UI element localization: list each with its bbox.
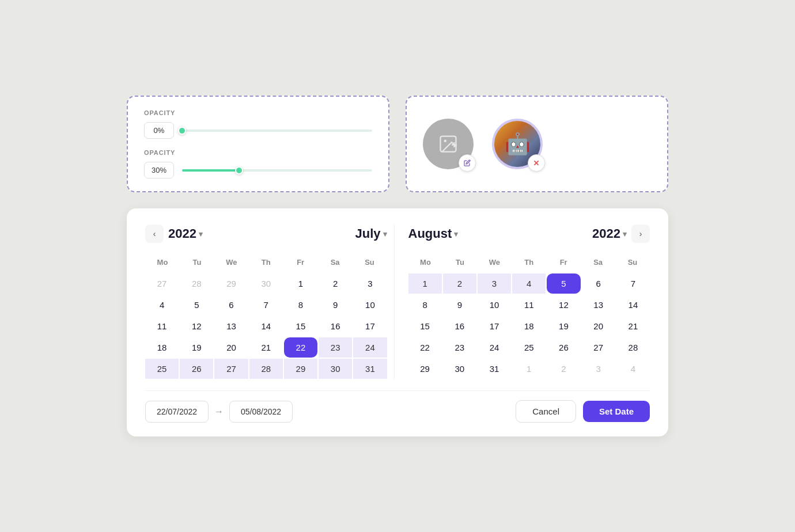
calendar-day[interactable]: 25 bbox=[512, 337, 546, 358]
calendar-day[interactable]: 12 bbox=[547, 295, 580, 315]
calendar-day[interactable]: 28 bbox=[249, 359, 283, 379]
calendar-day[interactable]: 2 bbox=[319, 273, 352, 294]
calendar-day[interactable]: 23 bbox=[443, 337, 476, 358]
calendar-day[interactable]: 27 bbox=[214, 359, 248, 379]
svg-point-1 bbox=[444, 140, 447, 143]
slider-track-1[interactable] bbox=[182, 130, 372, 132]
month-select-right[interactable]: August ▾ bbox=[408, 226, 459, 241]
avatar-slot-filled: 🤖 bbox=[492, 119, 543, 169]
calendar-day[interactable]: 20 bbox=[582, 316, 615, 336]
calendar-day[interactable]: 26 bbox=[547, 337, 580, 358]
calendar-day[interactable]: 30 bbox=[249, 273, 283, 294]
calendar-day[interactable]: 22 bbox=[408, 337, 442, 358]
calendar-day[interactable]: 7 bbox=[616, 273, 650, 294]
opacity-value-2: 30% bbox=[144, 162, 174, 178]
calendar-day[interactable]: 21 bbox=[249, 337, 283, 358]
calendar-day[interactable]: 6 bbox=[214, 295, 248, 315]
cal-footer: 22/07/2022 → 05/08/2022 Cancel Set Date bbox=[145, 390, 650, 423]
calendar-day[interactable]: 30 bbox=[319, 359, 352, 379]
calendar-day[interactable]: 26 bbox=[180, 359, 213, 379]
calendar-day[interactable]: 1 bbox=[284, 273, 317, 294]
calendar-day[interactable]: 5 bbox=[547, 273, 580, 294]
slider-fill-2 bbox=[182, 169, 239, 172]
calendar-day[interactable]: 15 bbox=[284, 316, 317, 336]
calendar-day[interactable]: 19 bbox=[180, 337, 213, 358]
date-to-input[interactable]: 05/08/2022 bbox=[229, 401, 293, 423]
calendar-day[interactable]: 13 bbox=[582, 295, 615, 315]
calendar-day[interactable]: 16 bbox=[319, 316, 352, 336]
next-month-button[interactable]: › bbox=[631, 225, 650, 243]
year-select-left[interactable]: 2022 ▾ bbox=[168, 226, 203, 241]
calendar-day[interactable]: 31 bbox=[478, 359, 511, 379]
avatar-edit-button[interactable] bbox=[459, 154, 476, 172]
calendar-day[interactable]: 29 bbox=[284, 359, 317, 379]
calendar-day[interactable]: 5 bbox=[180, 295, 213, 315]
calendar-day[interactable]: 15 bbox=[408, 316, 442, 336]
calendar-day[interactable]: 3 bbox=[478, 273, 511, 294]
calendar-day[interactable]: 1 bbox=[408, 273, 442, 294]
calendar-day[interactable]: 9 bbox=[443, 295, 476, 315]
calendar-day[interactable]: 29 bbox=[408, 359, 442, 379]
calendar-day[interactable]: 14 bbox=[249, 316, 283, 336]
calendar-day[interactable]: 19 bbox=[547, 316, 580, 336]
calendar-day[interactable]: 27 bbox=[582, 337, 615, 358]
calendar-day[interactable]: 1 bbox=[512, 359, 546, 379]
calendar-day[interactable]: 4 bbox=[616, 359, 650, 379]
calendar-day[interactable]: 31 bbox=[353, 359, 387, 379]
slider-track-2[interactable] bbox=[182, 169, 372, 172]
calendar-day[interactable]: 17 bbox=[353, 316, 387, 336]
calendar-day[interactable]: 13 bbox=[214, 316, 248, 336]
calendar-day[interactable]: 23 bbox=[319, 337, 352, 358]
calendar-day[interactable]: 10 bbox=[353, 295, 387, 315]
calendar-day[interactable]: 11 bbox=[512, 295, 546, 315]
calendar-day[interactable]: 2 bbox=[547, 359, 580, 379]
calendar-day[interactable]: 14 bbox=[616, 295, 650, 315]
calendar-day[interactable]: 30 bbox=[443, 359, 476, 379]
slider-thumb-1[interactable] bbox=[178, 127, 186, 135]
calendar-day[interactable]: 8 bbox=[408, 295, 442, 315]
cal-grid-left: Mo Tu We Th Fr Sa Su 2728293012345678910… bbox=[145, 254, 387, 379]
calendar-day[interactable]: 4 bbox=[145, 295, 179, 315]
calendar-day[interactable]: 22 bbox=[284, 337, 317, 358]
calendar-day[interactable]: 7 bbox=[249, 295, 283, 315]
cancel-button[interactable]: Cancel bbox=[516, 400, 576, 423]
calendar-day[interactable]: 12 bbox=[180, 316, 213, 336]
calendar-day[interactable]: 27 bbox=[145, 273, 179, 294]
year-label-left: 2022 bbox=[168, 226, 196, 241]
prev-month-button[interactable]: ‹ bbox=[145, 225, 164, 243]
calendar-day[interactable]: 17 bbox=[478, 316, 511, 336]
calendar-day[interactable]: 2 bbox=[443, 273, 476, 294]
calendar-day[interactable]: 28 bbox=[180, 273, 213, 294]
calendar-day[interactable]: 3 bbox=[582, 359, 615, 379]
date-range-inputs: 22/07/2022 → 05/08/2022 bbox=[145, 401, 293, 423]
slider-thumb-2[interactable] bbox=[235, 166, 243, 174]
calendar-day[interactable]: 18 bbox=[145, 337, 179, 358]
calendar-day[interactable]: 9 bbox=[319, 295, 352, 315]
year-select-right[interactable]: 2022 ▾ bbox=[592, 226, 627, 241]
date-from-input[interactable]: 22/07/2022 bbox=[145, 401, 209, 423]
calendar-day[interactable]: 4 bbox=[512, 273, 546, 294]
avatar-remove-button[interactable] bbox=[528, 154, 545, 172]
top-row: OPACITY 0% OPACITY 30% bbox=[127, 96, 668, 192]
month-select-left[interactable]: July ▾ bbox=[355, 226, 387, 241]
calendar-day[interactable]: 3 bbox=[353, 273, 387, 294]
calendar-day[interactable]: 28 bbox=[616, 337, 650, 358]
calendar-day[interactable]: 29 bbox=[214, 273, 248, 294]
calendar-day[interactable]: 25 bbox=[145, 359, 179, 379]
calendar-day[interactable]: 20 bbox=[214, 337, 248, 358]
calendar-day[interactable]: 24 bbox=[353, 337, 387, 358]
cal-weekdays-left: Mo Tu We Th Fr Sa Su bbox=[145, 254, 387, 270]
cal-days-right: 1234567891011121314151617181920212223242… bbox=[408, 273, 650, 379]
calendar-day[interactable]: 24 bbox=[478, 337, 511, 358]
calendar-day[interactable]: 6 bbox=[582, 273, 615, 294]
calendar-day[interactable]: 21 bbox=[616, 316, 650, 336]
calendar-day[interactable]: 11 bbox=[145, 316, 179, 336]
calendar-day[interactable]: 16 bbox=[443, 316, 476, 336]
calendar-day[interactable]: 10 bbox=[478, 295, 511, 315]
set-date-button[interactable]: Set Date bbox=[583, 401, 650, 422]
calendar-day[interactable]: 18 bbox=[512, 316, 546, 336]
calendar-day[interactable]: 8 bbox=[284, 295, 317, 315]
weekday-we-l: We bbox=[214, 254, 249, 270]
weekday-th-r: Th bbox=[512, 254, 546, 270]
year-chevron-right: ▾ bbox=[623, 230, 627, 238]
